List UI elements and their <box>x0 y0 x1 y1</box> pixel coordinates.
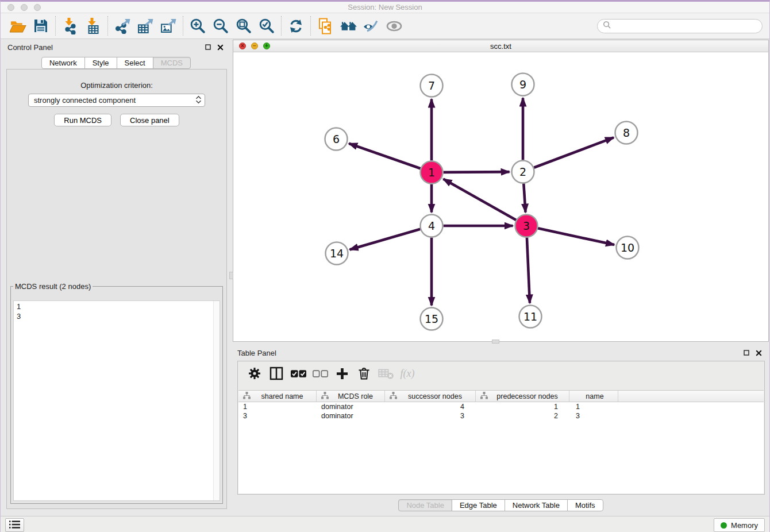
optimization-criterion-label: Optimization criterion: <box>7 81 226 90</box>
save-session-icon[interactable] <box>29 16 52 36</box>
result-scrollbar[interactable] <box>213 301 220 500</box>
network-canvas[interactable]: 1234678910111415 <box>233 52 768 341</box>
edge-3-1[interactable] <box>443 179 516 220</box>
node-label-9: 9 <box>519 78 526 91</box>
zoom-out-icon[interactable] <box>209 16 232 36</box>
clone-network-icon[interactable] <box>314 16 337 36</box>
network-maximize-icon[interactable]: + <box>263 43 270 49</box>
toolbar-separator <box>183 16 183 36</box>
criterion-dropdown[interactable]: strongly connected component <box>28 94 205 107</box>
table-panel: Table Panel f(x) shared name <box>233 345 769 515</box>
network-graph: 1234678910111415 <box>233 52 768 341</box>
hide-selected-icon[interactable] <box>360 16 383 36</box>
export-table-icon[interactable] <box>134 16 157 36</box>
tree-icon <box>390 392 397 401</box>
table-body: 1dominator4113dominator323 <box>238 402 764 421</box>
window-zoom-icon[interactable] <box>34 4 41 11</box>
import-table-icon[interactable] <box>82 16 105 36</box>
run-mcds-button[interactable]: Run MCDS <box>54 114 111 126</box>
edge-1-2[interactable] <box>443 172 509 172</box>
zoom-selected-icon[interactable] <box>255 16 278 36</box>
node-label-10: 10 <box>621 241 634 254</box>
cell-name: 3 <box>569 412 618 420</box>
show-all-icon[interactable] <box>383 16 406 36</box>
status-bar: Memory <box>1 516 769 532</box>
zoom-in-icon[interactable] <box>186 16 209 36</box>
table-panel-title: Table Panel <box>237 349 276 357</box>
mcds-result-list[interactable]: 13 <box>13 300 220 501</box>
toolbar-separator <box>55 16 56 36</box>
tab-style[interactable]: Style <box>84 57 117 69</box>
tab-motifs[interactable]: Motifs <box>567 499 603 511</box>
tab-network-table[interactable]: Network Table <box>505 499 568 511</box>
zoom-fit-icon[interactable] <box>232 16 255 36</box>
memory-button[interactable]: Memory <box>714 518 765 532</box>
export-network-icon[interactable] <box>111 16 134 36</box>
network-window-titlebar[interactable]: × − + scc.txt <box>233 40 768 52</box>
column-header-mcds-role[interactable]: MCDS role <box>317 391 385 402</box>
tree-icon <box>321 392 329 401</box>
node-label-4: 4 <box>428 219 435 232</box>
node-label-2: 2 <box>519 165 526 178</box>
deselect-all-rows-icon[interactable] <box>311 364 329 383</box>
first-neighbors-icon[interactable] <box>337 16 360 36</box>
column-header-filler <box>618 391 764 402</box>
export-image-icon[interactable] <box>157 16 180 36</box>
table-settings-icon[interactable] <box>246 364 263 383</box>
splitter-handle[interactable] <box>492 340 499 344</box>
delete-column-icon[interactable] <box>355 364 372 383</box>
column-header-predecessor-nodes[interactable]: predecessor nodes <box>476 391 569 402</box>
close-panel-button[interactable]: Close panel <box>120 114 179 126</box>
cell-MCDS-role: dominator <box>317 403 385 411</box>
window-minimize-icon[interactable] <box>21 4 28 11</box>
cell-successor-nodes: 4 <box>385 403 476 411</box>
toolbar-separator <box>281 16 282 36</box>
import-network-icon[interactable] <box>59 16 82 36</box>
table-row[interactable]: 3dominator323 <box>238 411 764 421</box>
column-layout-icon[interactable] <box>268 364 285 383</box>
window-close-icon[interactable] <box>7 4 14 11</box>
add-column-icon[interactable] <box>333 364 351 383</box>
toolbar-separator <box>107 16 108 36</box>
tab-mcds[interactable]: MCDS <box>153 57 191 69</box>
tab-node-table[interactable]: Node Table <box>398 499 452 511</box>
application-window: Session: New Session Control Panel N <box>0 0 770 532</box>
mcds-result-node: 3 <box>17 311 217 321</box>
tab-network[interactable]: Network <box>41 57 85 69</box>
network-minimize-icon[interactable]: − <box>251 43 258 49</box>
search-box[interactable] <box>597 19 763 33</box>
list-icon <box>9 520 20 531</box>
select-all-rows-icon[interactable] <box>290 364 307 383</box>
tab-edge-table[interactable]: Edge Table <box>452 499 505 511</box>
control-panel-title: Control Panel <box>7 43 53 52</box>
float-panel-icon[interactable] <box>205 44 211 50</box>
column-header-successor-nodes[interactable]: successor nodes <box>385 391 476 402</box>
network-close-icon[interactable]: × <box>239 43 246 49</box>
splitter-handle[interactable] <box>229 272 233 279</box>
edge-2-3[interactable] <box>523 183 525 212</box>
refresh-layout-icon[interactable] <box>284 16 307 36</box>
tab-select[interactable]: Select <box>117 57 153 69</box>
task-history-button[interactable] <box>5 518 24 532</box>
mcds-result-fieldset: MCDS result (2 nodes) 13 <box>10 282 223 504</box>
edge-4-14[interactable] <box>350 229 421 250</box>
dropdown-stepper-icon <box>195 95 202 106</box>
search-input[interactable] <box>615 20 762 32</box>
edge-1-6[interactable] <box>349 144 420 168</box>
table-row[interactable]: 1dominator411 <box>238 402 764 411</box>
open-file-icon[interactable] <box>6 16 29 36</box>
close-panel-icon[interactable] <box>217 44 224 51</box>
cell-MCDS-role: dominator <box>317 412 385 420</box>
main-toolbar-icons <box>6 16 406 36</box>
search-icon <box>603 21 611 31</box>
delete-table-icon <box>377 364 394 383</box>
node-label-14: 14 <box>330 247 344 260</box>
edge-3-11[interactable] <box>527 237 530 303</box>
column-header-name[interactable]: name <box>569 391 618 402</box>
column-header-shared-name[interactable]: shared name <box>238 391 317 402</box>
tree-icon <box>243 392 251 401</box>
edge-3-10[interactable] <box>538 228 614 245</box>
edge-2-8[interactable] <box>534 137 614 167</box>
float-panel-icon[interactable] <box>744 350 749 356</box>
close-panel-icon[interactable] <box>756 350 762 356</box>
